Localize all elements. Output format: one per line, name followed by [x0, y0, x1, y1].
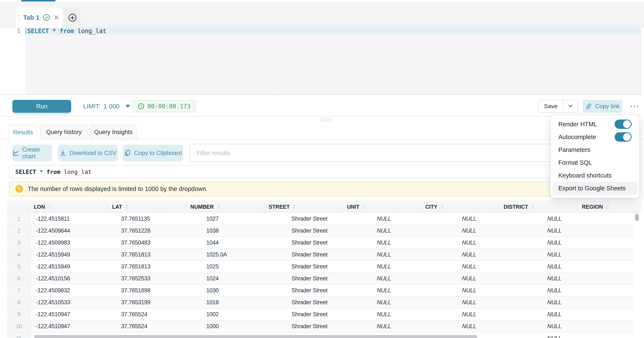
tab-label: Tab 1 [23, 14, 40, 21]
sort-icon[interactable] [363, 204, 366, 209]
limit-dropdown[interactable]: LIMIT: 1 000 [83, 100, 130, 113]
tab-query-insights[interactable]: Query Insights [90, 125, 137, 139]
menu-item-label: Keyboard shortcuts [558, 172, 612, 179]
panel-resize-handle[interactable] [320, 119, 331, 122]
column-label: REGION [582, 204, 603, 210]
menu-item-render-html[interactable]: Render HTML [552, 118, 638, 131]
column-label: LON [34, 204, 45, 210]
row-number-cell: 5 [7, 261, 31, 272]
table-cell: -122.4509832 [31, 285, 116, 296]
toggle-switch[interactable] [614, 132, 632, 142]
table-row[interactable]: 3-122.450998337.76504831044Shrader Stree… [7, 237, 634, 249]
table-row[interactable]: 10-122.451094737.7655241000Shrader Stree… [7, 320, 634, 332]
menu-item-format-sql[interactable]: Format SQL [552, 156, 638, 169]
sort-icon[interactable] [606, 204, 609, 209]
table-body: 1-122.451581137.76511351027Shrader Stree… [7, 213, 634, 338]
menu-item-parameters[interactable]: Parameters [552, 143, 638, 156]
toggle-switch[interactable] [614, 119, 632, 129]
header-cell-lat[interactable]: LAT [107, 201, 185, 213]
save-button[interactable]: Save [538, 100, 563, 113]
header-cell-street[interactable]: STREET [264, 201, 342, 213]
header-cell-district[interactable]: DISTRICT [498, 201, 577, 213]
row-number-cell: 3 [7, 237, 31, 248]
horizontal-scrollbar-thumb[interactable] [34, 335, 477, 338]
copy-clipboard-label: Copy to Clipboard [134, 149, 182, 156]
header-cell-number[interactable]: NUMBER [185, 201, 264, 213]
add-tab-button[interactable] [65, 8, 80, 27]
menu-item-autocomplete[interactable]: Autocomplete [552, 131, 638, 143]
chart-icon [12, 149, 19, 156]
editor-pane-divider [274, 35, 274, 93]
copy-link-button[interactable]: Copy link [583, 100, 622, 113]
table-cell: NULL [457, 320, 542, 332]
table-cell: NULL [372, 237, 457, 248]
check-circle-icon [43, 14, 50, 21]
sort-icon[interactable] [48, 204, 51, 209]
table-cell: Shrader Street [286, 297, 372, 308]
table-cell: NULL [372, 285, 457, 296]
vertical-scrollbar-thumb[interactable] [635, 214, 639, 221]
sort-icon[interactable] [532, 204, 534, 209]
run-button[interactable]: Run [12, 100, 71, 113]
action-bar: Run LIMIT: 1 000 00:00:00.173 Save Copy … [0, 95, 640, 116]
header-cell-city[interactable]: CITY [420, 201, 498, 213]
sort-icon[interactable] [293, 204, 296, 209]
create-chart-button[interactable]: Create chart [12, 145, 52, 161]
table-row[interactable]: 5-122.451594937.76518131025Shrader Stree… [7, 261, 634, 273]
table-cell: NULL [457, 225, 542, 236]
table-cell: 37.7652533 [116, 273, 201, 284]
table-cell: 37.765524 [116, 320, 201, 332]
table-cell: NULL [372, 249, 457, 260]
table-cell: NULL [372, 261, 457, 272]
tab-query-history[interactable]: Query history [40, 125, 88, 139]
sort-icon[interactable] [126, 204, 128, 209]
download-csv-label: Download to CSV [69, 149, 116, 156]
table-cell: 37.7651228 [116, 225, 201, 236]
close-tab-icon[interactable]: ✕ [54, 14, 59, 21]
sort-icon[interactable] [441, 204, 444, 209]
header-cell-unit[interactable]: UNIT [342, 201, 420, 213]
vertical-scrollbar[interactable] [635, 213, 639, 338]
menu-item-label: Render HTML [558, 121, 597, 128]
table-cell: NULL [457, 213, 542, 225]
sql-editor[interactable]: 1 SELECT * from long_lat [0, 28, 640, 95]
table-cell: 1000 [201, 320, 286, 332]
table-cell: Shrader Street [286, 213, 372, 225]
table-row[interactable]: 4-122.451594937.76518131025.0AShrader St… [7, 249, 634, 261]
table-row[interactable]: 9-122.451094737.7655241002Shrader Street… [7, 308, 634, 320]
row-number-cell: 2 [7, 225, 31, 236]
table-cell: Shrader Street [286, 285, 372, 296]
row-number-cell: 1 [7, 213, 31, 225]
sort-icon[interactable] [217, 204, 220, 209]
row-limit-warning-banner: ! The number of rows displayed is limite… [9, 181, 637, 196]
table-row[interactable]: 2-122.450964437.76512281038Shrader Stree… [7, 225, 634, 237]
table-row[interactable]: 7-122.450983237.76518981030Shrader Stree… [7, 285, 634, 297]
menu-item-keyboard-shortcuts[interactable]: Keyboard shortcuts [552, 169, 638, 182]
table-cell: NULL [542, 249, 628, 260]
clock-icon [138, 103, 144, 110]
table-row[interactable]: 6-122.451015637.76525331024Shrader Stree… [7, 273, 634, 285]
copy-clipboard-button[interactable]: Copy to Clipboard [123, 145, 183, 161]
menu-item-export-to-google-sheets[interactable]: Export to Google Sheets [552, 182, 638, 195]
save-options-button[interactable] [563, 100, 578, 113]
tab-results[interactable]: Results [8, 125, 38, 140]
editor-code-line[interactable]: SELECT * from long_lat [27, 28, 106, 34]
row-number-cell: 4 [7, 249, 31, 260]
download-icon [60, 149, 66, 156]
tab-1[interactable]: Tab 1 ✕ [16, 8, 62, 27]
more-options-button[interactable]: ⋯ [628, 99, 642, 113]
table-cell: 1030 [201, 285, 286, 296]
download-csv-button[interactable]: Download to CSV [58, 145, 118, 161]
table-row[interactable]: 8-122.451053337.76531991018Shrader Stree… [7, 297, 634, 308]
column-label: STREET [269, 204, 290, 210]
table-cell: NULL [372, 213, 457, 225]
drag-grip-icon[interactable] [19, 15, 20, 21]
table-cell: NULL [372, 320, 457, 332]
column-label: DISTRICT [504, 204, 528, 210]
table-row[interactable]: 1-122.451581137.76511351027Shrader Stree… [7, 213, 634, 225]
header-cell-region[interactable]: REGION [577, 201, 642, 213]
table-cell: NULL [542, 261, 628, 272]
table-cell: NULL [542, 332, 628, 338]
header-cell-lon[interactable]: LON [28, 201, 107, 213]
table-cell: Shrader Street [286, 237, 372, 248]
